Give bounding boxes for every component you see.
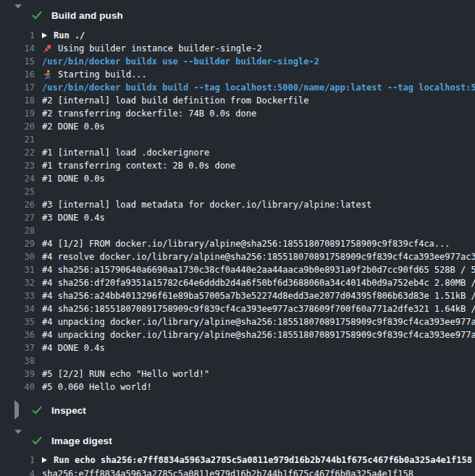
log-text-content: #4 DONE 0.4s [42, 343, 105, 353]
line-number[interactable]: 39 [0, 369, 35, 379]
log-text: sha256:e7ff8834a5963a2785c5a0811e979d16b… [42, 469, 413, 476]
line-number[interactable]: 31 [0, 265, 35, 275]
log-line[interactable]: 35#4 unpacking docker.io/library/alpine@… [0, 315, 475, 328]
log-text: #3 [internal] load metadata for docker.i… [42, 200, 371, 210]
log-text-content: Using builder instance builder-single-2 [58, 43, 262, 54]
log-text: Using builder instance builder-single-2 [42, 43, 262, 54]
line-number[interactable]: 19 [0, 109, 35, 119]
log-line[interactable]: 37#4 DONE 0.4s [0, 341, 475, 354]
line-number[interactable]: 35 [0, 317, 35, 327]
log-text-content: /usr/bin/docker buildx build --tag local… [42, 82, 475, 93]
step-header-build-and-push[interactable]: Build and push [0, 6, 475, 25]
chevron-down-icon[interactable] [14, 434, 22, 447]
line-number[interactable]: 4 [0, 469, 35, 476]
line-number[interactable]: 18 [0, 95, 35, 106]
log-text-content: #4 resolve docker.io/library/alpine@sha2… [42, 252, 475, 262]
line-number[interactable]: 34 [0, 304, 35, 314]
log-text-content: #5 [2/2] RUN echo "Hello world!" [42, 369, 209, 379]
log-text: #5 0.060 Hello world! [42, 382, 152, 392]
log-line[interactable]: 28 [0, 224, 475, 237]
log-line[interactable]: 36#4 unpacking docker.io/library/alpine@… [0, 328, 475, 341]
log-line[interactable]: 1Run echo sha256:e7ff8834a5963a2785c5a08… [0, 453, 475, 467]
line-number[interactable]: 24 [0, 174, 35, 184]
log-line[interactable]: 22#1 [internal] load .dockerignore [0, 146, 475, 159]
log-line[interactable]: 1Run ./ [0, 29, 475, 42]
log-text-content: Run echo sha256:e7ff8834a5963a2785c5a081… [54, 455, 472, 465]
log-text: #4 sha256:185518070891758909c9f839cf4ca3… [42, 304, 475, 314]
line-number[interactable]: 22 [0, 148, 35, 158]
chevron-down-icon[interactable] [14, 9, 22, 22]
log-line[interactable]: 23#1 transferring context: 2B 0.0s done [0, 159, 475, 172]
step-section-image-digest: Image digest 1Run echo sha256:e7ff8834a5… [0, 431, 475, 476]
log-text: #4 resolve docker.io/library/alpine@sha2… [42, 252, 475, 262]
line-number[interactable]: 33 [0, 291, 35, 301]
log-line[interactable]: 20#2 DONE 0.0s [0, 120, 475, 133]
line-number[interactable]: 17 [0, 82, 35, 93]
log-text: #4 [1/2] FROM docker.io/library/alpine@s… [42, 239, 450, 249]
line-number[interactable]: 29 [0, 239, 35, 249]
line-number[interactable]: 26 [0, 200, 35, 210]
log-line[interactable]: 34#4 sha256:185518070891758909c9f839cf4c… [0, 302, 475, 315]
log-line[interactable]: 31#4 sha256:a15790640a6690aa1730c38cf0a4… [0, 263, 475, 276]
log-text: #1 [internal] load .dockerignore [42, 148, 209, 158]
line-number[interactable]: 36 [0, 330, 35, 340]
log-text-content: /usr/bin/docker buildx use --builder bui… [42, 56, 319, 67]
line-number[interactable]: 1 [0, 455, 35, 465]
log-line[interactable]: 40#5 0.060 Hello world! [0, 381, 475, 394]
log-text: #4 sha256:a24bb4013296f61e89ba57005a7b3e… [42, 291, 475, 301]
line-number[interactable]: 30 [0, 252, 35, 262]
log-text: /usr/bin/docker buildx build --tag local… [42, 82, 475, 93]
log-line[interactable]: 4sha256:e7ff8834a5963a2785c5a0811e979d16… [0, 467, 475, 476]
log-line[interactable]: 39#5 [2/2] RUN echo "Hello world!" [0, 367, 475, 381]
log-text: #5 [2/2] RUN echo "Hello world!" [42, 369, 209, 379]
log-line[interactable]: 33#4 sha256:a24bb4013296f61e89ba57005a7b… [0, 289, 475, 302]
log-line[interactable]: 27#3 DONE 0.4s [0, 211, 475, 224]
log-line[interactable]: 18#2 [internal] load build definition fr… [0, 94, 475, 107]
line-number[interactable]: 15 [0, 56, 35, 67]
log-text-content: #1 [internal] load .dockerignore [42, 148, 209, 158]
log-text-content: #3 DONE 0.4s [42, 213, 105, 223]
line-number[interactable]: 20 [0, 122, 35, 132]
line-number[interactable]: 38 [0, 356, 35, 366]
step-header-image-digest[interactable]: Image digest [0, 431, 475, 450]
log-text: #1 transferring context: 2B 0.0s done [42, 161, 235, 171]
line-number[interactable]: 25 [0, 187, 35, 197]
log-line[interactable]: 19#2 transferring dockerfile: 74B 0.0s d… [0, 107, 475, 120]
line-number[interactable]: 32 [0, 278, 35, 288]
line-number[interactable]: 40 [0, 382, 35, 392]
step-title: Inspect [51, 405, 86, 416]
log-text: #4 unpacking docker.io/library/alpine@sh… [42, 330, 475, 340]
log-build-and-push: 1Run ./14Using builder instance builder-… [0, 29, 475, 394]
expand-group-arrow-icon[interactable] [42, 457, 47, 463]
log-text-content: #2 transferring dockerfile: 74B 0.0s don… [42, 109, 256, 119]
log-text-content: #4 sha256:df20fa9351a15782c64e6dddb2d4a6… [42, 278, 475, 288]
expand-group-arrow-icon[interactable] [42, 33, 47, 38]
log-text: Run echo sha256:e7ff8834a5963a2785c5a081… [42, 455, 472, 465]
line-number[interactable]: 16 [0, 69, 35, 80]
log-line[interactable]: 30#4 resolve docker.io/library/alpine@sh… [0, 250, 475, 263]
log-line[interactable]: 15/usr/bin/docker buildx use --builder b… [0, 55, 475, 68]
line-number[interactable]: 23 [0, 161, 35, 171]
step-header-inspect[interactable]: Inspect [0, 401, 475, 420]
line-number[interactable]: 1 [0, 30, 35, 41]
log-line[interactable]: 14Using builder instance builder-single-… [0, 42, 475, 55]
log-line[interactable]: 26#3 [internal] load metadata for docker… [0, 198, 475, 211]
log-line[interactable]: 24#1 DONE 0.0s [0, 172, 475, 185]
log-line[interactable]: 38 [0, 354, 475, 367]
log-line[interactable]: 29#4 [1/2] FROM docker.io/library/alpine… [0, 237, 475, 250]
line-number[interactable]: 28 [0, 226, 35, 236]
log-text-content: #2 DONE 0.0s [42, 122, 105, 132]
line-number[interactable]: 27 [0, 213, 35, 223]
log-text: #2 DONE 0.0s [42, 122, 105, 132]
log-line[interactable]: 16Starting build... [0, 68, 475, 81]
log-line[interactable]: 17/usr/bin/docker buildx build --tag loc… [0, 81, 475, 94]
log-line[interactable]: 32#4 sha256:df20fa9351a15782c64e6dddb2d4… [0, 276, 475, 289]
log-line[interactable]: 21 [0, 133, 475, 146]
line-number[interactable]: 14 [0, 43, 35, 54]
log-text-content: #2 [internal] load build definition from… [42, 95, 308, 106]
log-text-content: #1 DONE 0.0s [42, 174, 105, 184]
line-number[interactable]: 37 [0, 343, 35, 353]
line-number[interactable]: 21 [0, 135, 35, 145]
chevron-right-icon[interactable] [14, 404, 22, 417]
log-line[interactable]: 25 [0, 185, 475, 198]
